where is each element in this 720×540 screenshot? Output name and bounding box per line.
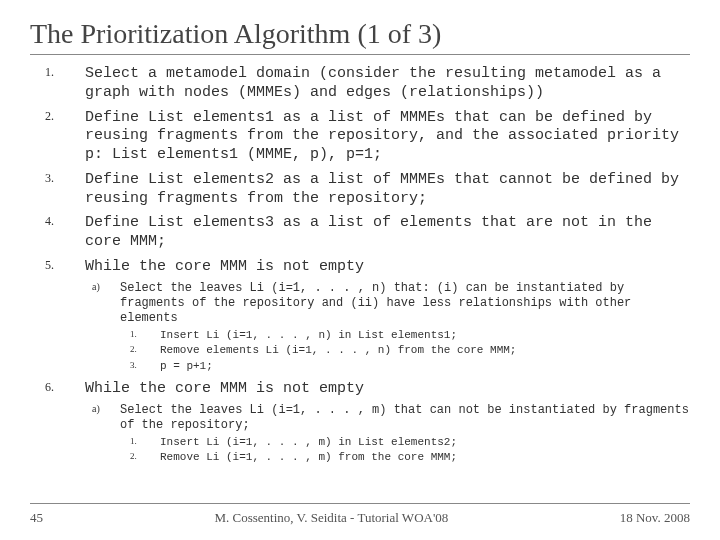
footer: 45 M. Cossentino, V. Seidita - Tutorial … [30,503,690,526]
step-number: 6. [45,380,75,395]
step-5-sub: a) Select the leaves Li (i=1, . . . , n)… [85,281,690,374]
step-text: Define List elements1 as a list of MMMEs… [85,109,679,164]
algorithm-list: 1. Select a metamodel domain (consider t… [30,65,690,465]
step-number: 1. [45,65,75,80]
step-5: 5. While the core MMM is not empty a) Se… [85,258,690,374]
title-underline [30,54,690,55]
step-2: 2. Define List elements1 as a list of MM… [85,109,690,165]
step-text: While the core MMM is not empty [85,258,364,275]
subsub-number: 1. [130,436,160,447]
step-number: 5. [45,258,75,273]
step-5a2: 2. Remove elements Li (i=1, . . . , n) f… [160,344,690,358]
step-6: 6. While the core MMM is not empty a) Se… [85,380,690,465]
step-6a2: 2. Remove Li (i=1, . . . , m) from the c… [160,451,690,465]
footer-row: 45 M. Cossentino, V. Seidita - Tutorial … [30,510,690,526]
step-number: 2. [45,109,75,124]
step-text: While the core MMM is not empty [85,380,364,397]
subsub-number: 2. [130,451,160,462]
subsub-text: Insert Li (i=1, . . . , n) in List eleme… [160,329,457,341]
subsub-text: p = p+1; [160,360,213,372]
sub-text: Select the leaves Li (i=1, . . . , m) th… [120,403,689,432]
footer-date: 18 Nov. 2008 [620,510,690,526]
step-5a-sub: 1. Insert Li (i=1, . . . , n) in List el… [120,329,690,374]
footer-credit: M. Cossentino, V. Seidita - Tutorial WOA… [214,510,448,526]
sub-letter: a) [92,403,122,416]
subsub-number: 2. [130,344,160,355]
step-number: 4. [45,214,75,229]
subsub-number: 1. [130,329,160,340]
step-1: 1. Select a metamodel domain (consider t… [85,65,690,103]
step-6a-sub: 1. Insert Li (i=1, . . . , m) in List el… [120,436,690,466]
step-number: 3. [45,171,75,186]
step-text: Select a metamodel domain (consider the … [85,65,661,101]
sub-letter: a) [92,281,122,294]
subsub-number: 3. [130,360,160,371]
slide-title: The Prioritization Algorithm (1 of 3) [30,18,690,50]
step-5a: a) Select the leaves Li (i=1, . . . , n)… [120,281,690,374]
step-3: 3. Define List elements2 as a list of MM… [85,171,690,209]
step-6a1: 1. Insert Li (i=1, . . . , m) in List el… [160,436,690,450]
slide: The Prioritization Algorithm (1 of 3) 1.… [0,0,720,540]
step-5a3: 3. p = p+1; [160,360,690,374]
subsub-text: Insert Li (i=1, . . . , m) in List eleme… [160,436,457,448]
step-text: Define List elements3 as a list of eleme… [85,214,652,250]
step-4: 4. Define List elements3 as a list of el… [85,214,690,252]
footer-rule [30,503,690,504]
step-6a: a) Select the leaves Li (i=1, . . . , m)… [120,403,690,466]
step-5a1: 1. Insert Li (i=1, . . . , n) in List el… [160,329,690,343]
step-6-sub: a) Select the leaves Li (i=1, . . . , m)… [85,403,690,466]
subsub-text: Remove Li (i=1, . . . , m) from the core… [160,451,457,463]
slide-number: 45 [30,510,43,526]
subsub-text: Remove elements Li (i=1, . . . , n) from… [160,344,516,356]
step-text: Define List elements2 as a list of MMMEs… [85,171,679,207]
sub-text: Select the leaves Li (i=1, . . . , n) th… [120,281,631,325]
